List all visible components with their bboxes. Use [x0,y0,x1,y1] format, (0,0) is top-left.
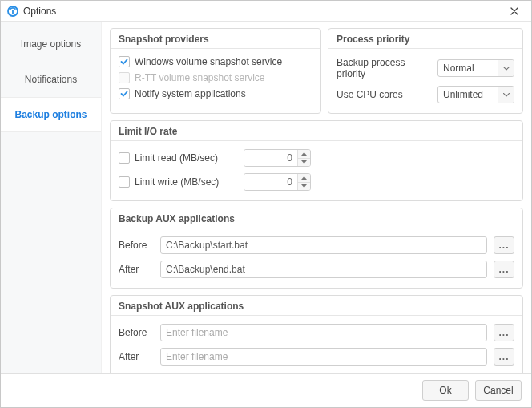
chevron-down-icon [301,184,307,188]
footer: Ok Cancel [1,373,531,407]
checkbox[interactable] [119,56,130,67]
app-icon [7,6,18,17]
check-icon [120,90,128,98]
checkbox-label: Notify system applications [135,88,246,99]
limit-write-label: Limit write (MB/sec) [135,176,239,188]
limit-write-input[interactable] [244,174,297,190]
browse-button[interactable]: ... [494,236,514,254]
spin-up-button[interactable] [298,174,310,182]
browse-button[interactable]: ... [494,324,514,341]
limit-read-label: Limit read (MB/sec) [135,152,239,164]
spin-up-button[interactable] [298,150,310,158]
checkbox-label: Windows volume snapshot service [135,56,282,67]
close-button[interactable] [504,1,525,21]
snapshot-providers-group: Snapshot providers Windows volume snapsh… [110,28,321,114]
group-title: Snapshot AUX applications [111,296,522,316]
limit-io-group: Limit I/O rate Limit read (MB/sec) [110,120,523,201]
limit-write-spinner[interactable] [244,173,311,191]
content: Snapshot providers Windows volume snapsh… [102,22,531,373]
ok-button[interactable]: Ok [422,380,469,401]
before-label: Before [119,327,154,338]
cancel-button[interactable]: Cancel [475,380,522,401]
chevron-up-icon [301,176,307,180]
titlebar: Options [1,1,531,22]
limit-read-checkbox[interactable] [119,152,130,164]
after-label: After [119,264,154,275]
check-icon [120,58,128,66]
window-title: Options [23,6,56,17]
checkbox[interactable] [119,88,130,99]
spin-down-button[interactable] [298,158,310,167]
snapshot-aux-before-input[interactable] [160,324,487,341]
after-label: After [119,351,154,362]
browse-button[interactable]: ... [494,261,514,278]
browse-button[interactable]: ... [494,348,514,366]
priority-select[interactable]: Normal [437,59,514,77]
checkbox-row-windows-vss[interactable]: Windows volume snapshot service [119,54,312,70]
cores-value: Unlimited [438,87,498,103]
sidebar-item-backup-options[interactable]: Backup options [1,97,101,132]
cores-select[interactable]: Unlimited [437,86,514,103]
chevron-down-icon [498,87,514,103]
checkbox-row-rtt-vss: R-TT volume snapshot service [119,70,312,86]
limit-read-input[interactable] [244,150,297,166]
limit-write-checkbox[interactable] [119,176,130,188]
chevron-up-icon [301,152,307,156]
close-icon [510,7,518,15]
group-title: Snapshot providers [111,29,320,49]
cores-label: Use CPU cores [337,89,433,100]
process-priority-group: Process priority Backup process priority… [328,28,523,114]
spin-down-button[interactable] [298,182,310,191]
sidebar-item-label: Image options [21,38,81,50]
before-label: Before [119,240,154,251]
sidebar-item-label: Backup options [14,109,87,120]
checkbox-label: R-TT volume snapshot service [135,72,265,83]
backup-aux-group: Backup AUX applications Before ... After… [110,208,523,289]
group-title: Process priority [328,29,522,49]
sidebar: Image options Notifications Backup optio… [1,22,102,373]
priority-value: Normal [438,60,498,76]
options-window: Options Image options Notifications Back… [0,0,532,408]
snapshot-aux-group: Snapshot AUX applications Before ... Aft… [110,295,523,373]
backup-aux-after-input[interactable] [160,261,487,278]
sidebar-item-label: Notifications [25,74,77,85]
svg-rect-1 [12,10,14,14]
backup-aux-before-input[interactable] [160,236,487,254]
priority-label: Backup process priority [337,57,433,79]
checkbox [119,72,130,83]
sidebar-item-image-options[interactable]: Image options [1,26,101,62]
checkbox-row-notify-apps[interactable]: Notify system applications [119,86,312,102]
sidebar-item-notifications[interactable]: Notifications [1,62,101,97]
group-title: Backup AUX applications [111,208,522,228]
chevron-down-icon [498,60,514,76]
snapshot-aux-after-input[interactable] [160,348,487,366]
group-title: Limit I/O rate [111,121,522,141]
limit-read-spinner[interactable] [244,149,311,167]
chevron-down-icon [301,160,307,164]
